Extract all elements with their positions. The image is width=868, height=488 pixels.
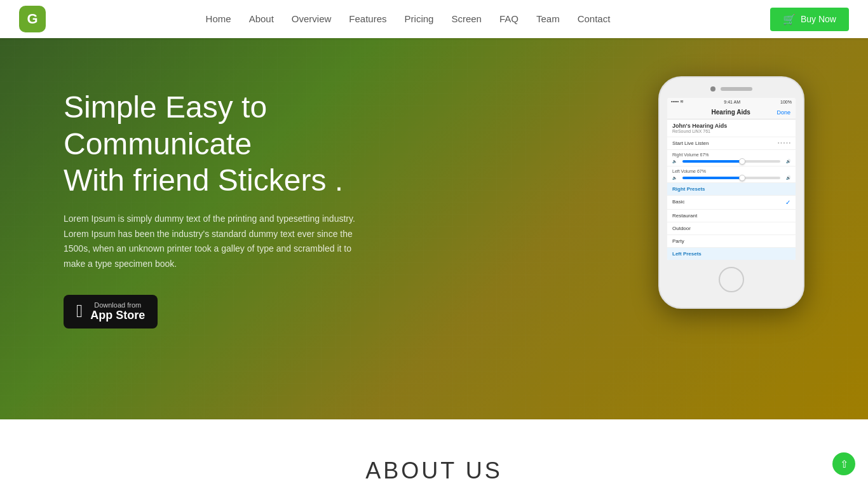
phone-camera [710, 86, 715, 92]
nav-overview[interactable]: Overview [292, 13, 332, 24]
navbar: G Home About Overview Features Pricing S… [0, 0, 868, 38]
phone-mockup: ••••• ≋ 9:41 AM 100% Hearing Aids Done J… [658, 76, 804, 309]
appstore-button[interactable]:  Download from App Store [64, 295, 158, 329]
nav-contact[interactable]: Contact [578, 13, 611, 24]
left-volume-track [682, 177, 780, 179]
hearing-aid-model: ReSound LiNX 761 [672, 129, 790, 133]
nav-links: Home About Overview Features Pricing Scr… [206, 13, 611, 25]
status-time: 9:41 AM [724, 100, 740, 104]
scroll-top-button[interactable]: ⇧ [832, 452, 855, 475]
phone-status-bar: ••••• ≋ 9:41 AM 100% [667, 98, 796, 105]
buy-now-label: Buy Now [801, 14, 836, 24]
nav-pricing[interactable]: Pricing [405, 13, 434, 24]
right-volume-slider: Right Volume 67% 🔈 🔊 [667, 150, 796, 166]
hero-content: Simple Easy to Communicate With friend S… [0, 38, 407, 329]
phone-home-button[interactable] [719, 267, 744, 292]
status-battery: 100% [780, 100, 792, 104]
hero-title-line1: Simple Easy to Communicate [64, 90, 267, 161]
phone-speaker [721, 87, 752, 91]
phone-outer: ••••• ≋ 9:41 AM 100% Hearing Aids Done J… [658, 76, 804, 309]
hero-body-text: Lorem Ipsum is simply dummy text of the … [64, 212, 356, 272]
hero-title: Simple Easy to Communicate With friend S… [64, 89, 356, 199]
phone-nav-done: Done [776, 109, 790, 116]
right-presets-header: Right Presets [667, 183, 796, 196]
preset-restaurant: Restaurant [667, 210, 796, 222]
phone-nav-bar: Hearing Aids Done [667, 105, 796, 119]
nav-about[interactable]: About [249, 13, 274, 24]
phone-nav-title: Hearing Aids [712, 109, 750, 116]
nav-screen[interactable]: Screen [451, 13, 482, 24]
volume-plus-icon: 🔊 [786, 159, 790, 163]
preset-party: Party [667, 235, 796, 248]
left-volume-fill [682, 177, 741, 179]
nav-features[interactable]: Features [349, 13, 386, 24]
appstore-top-text: Download from [90, 301, 145, 309]
buy-now-button[interactable]: 🛒 Buy Now [770, 8, 849, 31]
logo[interactable]: G [19, 6, 46, 32]
live-listen-dots: • • • • • [778, 140, 790, 145]
preset-outdoor: Outdoor [667, 222, 796, 235]
apple-icon:  [76, 302, 83, 320]
left-volume-thumb [739, 175, 745, 181]
chevron-up-icon: ⇧ [840, 458, 848, 470]
right-volume-track [682, 160, 780, 163]
appstore-text: Download from App Store [90, 301, 145, 322]
live-listen-item: Start Live Listen • • • • • [667, 137, 796, 150]
hero-section: Simple Easy to Communicate With friend S… [0, 38, 868, 419]
phone-screen: ••••• ≋ 9:41 AM 100% Hearing Aids Done J… [667, 98, 796, 261]
appstore-bottom-text: App Store [90, 309, 145, 322]
hero-title-line2: With friend Stickers . [64, 163, 343, 197]
nav-team[interactable]: Team [536, 13, 560, 24]
left-volume-label: Left Volume 67% [672, 169, 790, 173]
phone-top [667, 86, 796, 92]
right-volume-fill [682, 160, 741, 163]
preset-basic: Basic ✓ [667, 196, 796, 210]
volume-minus-icon: 🔈 [672, 159, 677, 163]
check-icon: ✓ [785, 199, 790, 206]
status-signals: ••••• ≋ [671, 99, 684, 104]
nav-faq[interactable]: FAQ [499, 13, 519, 24]
about-section: ABOUT US [0, 419, 868, 488]
right-volume-thumb [739, 158, 745, 165]
logo-letter: G [27, 11, 37, 27]
left-volume-slider: Left Volume 67% 🔈 🔊 [667, 166, 796, 183]
cart-icon: 🛒 [783, 13, 796, 25]
live-listen-label: Start Live Listen [672, 140, 709, 146]
hearing-aid-item: John's Hearing Aids ReSound LiNX 761 [667, 119, 796, 137]
left-vol-plus-icon: 🔊 [786, 175, 790, 180]
about-title: ABOUT US [0, 458, 868, 484]
hearing-aid-name: John's Hearing Aids [672, 123, 790, 129]
left-vol-minus-icon: 🔈 [672, 175, 677, 180]
nav-home[interactable]: Home [206, 13, 231, 24]
left-presets-header: Left Presets [667, 248, 796, 261]
right-volume-label: Right Volume 67% [672, 152, 790, 157]
